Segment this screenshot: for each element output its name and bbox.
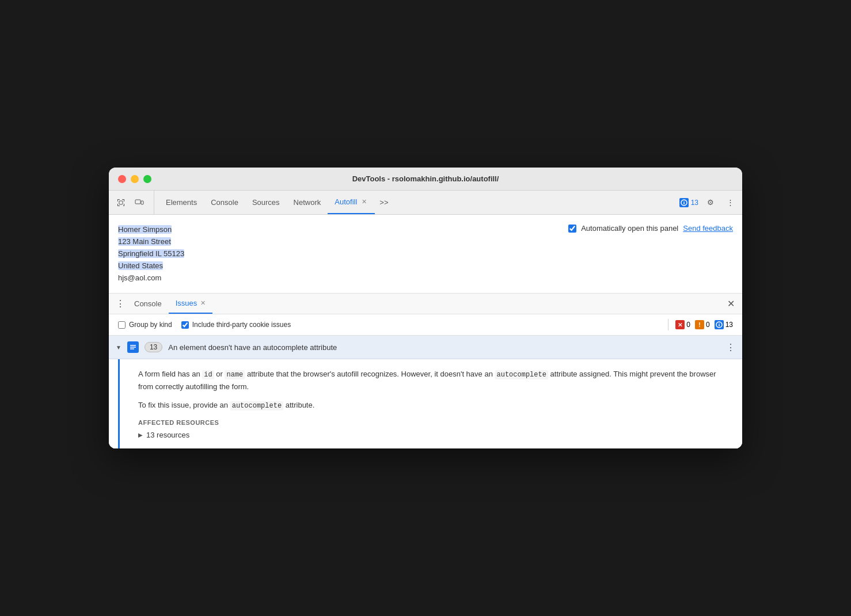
more-tabs-button[interactable]: >> [375,198,393,207]
resources-chevron-icon: ▶ [138,432,143,438]
code-name: name [225,370,245,379]
minimize-button[interactable] [131,175,139,183]
issue-count-pill: 13 [145,342,162,352]
group-by-kind-checkbox[interactable] [118,321,126,329]
issue-row-more-button[interactable]: ⋮ [726,342,735,353]
third-party-checkbox[interactable] [181,321,189,329]
maximize-button[interactable] [143,175,151,183]
main-content: Homer Simpson 123 Main Street Springfiel… [109,215,742,448]
error-icon: ✕ [675,320,685,329]
issue-title: An element doesn't have an autocomplete … [168,343,720,352]
address-line-5: hjs@aol.com [118,272,184,284]
info-count: 13 [725,321,733,329]
code-id: id [202,370,214,379]
svg-rect-0 [119,201,123,204]
code-autocomplete-1: autocomplete [495,370,548,379]
bottom-tab-issues[interactable]: Issues ✕ [169,294,213,314]
issues-counts: ✕ 0 ! 0 13 [666,319,733,330]
issues-badge[interactable]: 13 [679,198,698,207]
third-party-label[interactable]: Include third-party cookie issues [181,321,291,329]
issues-icon [679,198,689,207]
issue-detail: A form field has an id or name attribute… [118,359,742,448]
main-tabs: Elements Console Sources Network Autofil… [159,191,679,214]
issue-chevron-icon: ▼ [116,344,121,351]
tab-autofill-close[interactable]: ✕ [360,197,368,206]
tab-toolbar-icons [113,191,154,214]
window-controls [118,175,151,183]
device-toggle-icon[interactable] [132,195,147,210]
bottom-tabs: Console Issues ✕ [127,294,724,314]
autofill-controls: Automatically open this panel Send feedb… [568,224,733,233]
devtools-window: DevTools - rsolomakhin.github.io/autofil… [109,168,742,448]
issue-type-icon [127,341,139,353]
issue-fix-text: To fix this issue, provide an autocomple… [138,400,728,412]
counts-separator [668,319,668,330]
svg-rect-2 [141,201,143,204]
svg-point-8 [719,323,720,324]
bottom-tab-issues-close[interactable]: ✕ [200,299,206,307]
warning-icon: ! [695,320,704,329]
bottom-tab-console[interactable]: Console [127,294,169,314]
tab-elements[interactable]: Elements [159,191,204,214]
address-line-3: Springfield IL 55123 [118,248,184,260]
info-count-badge: 13 [715,320,733,329]
autofill-address: Homer Simpson 123 Main Street Springfiel… [118,224,184,284]
affected-resources-title: AFFECTED RESOURCES [138,419,728,426]
close-button[interactable] [118,175,126,183]
bottom-tab-bar: ⋮ Console Issues ✕ ✕ [109,294,742,314]
tab-sources[interactable]: Sources [245,191,287,214]
issues-toolbar: Group by kind Include third-party cookie… [109,314,742,336]
code-autocomplete-2: autocomplete [230,401,283,410]
address-line-4: United States [118,260,184,272]
svg-rect-1 [135,200,140,204]
bottom-panel: ⋮ Console Issues ✕ ✕ Group by kind [109,294,742,448]
svg-point-5 [683,201,685,202]
tab-autofill[interactable]: Autofill ✕ [328,191,375,214]
auto-open-label: Automatically open this panel [581,224,678,233]
window-title: DevTools - rsolomakhin.github.io/autofil… [352,174,499,183]
issue-row[interactable]: ▼ 13 An element doesn't have an autocomp… [109,336,742,359]
resources-count: 13 resources [146,431,189,439]
bottom-panel-close[interactable]: ✕ [724,297,738,311]
title-bar: DevTools - rsolomakhin.github.io/autofil… [109,168,742,191]
tab-network[interactable]: Network [287,191,328,214]
autofill-panel: Homer Simpson 123 Main Street Springfiel… [109,215,742,294]
warning-count: 0 [706,321,710,329]
issues-count: 13 [691,199,698,207]
inspect-element-icon[interactable] [113,195,128,210]
more-options-button[interactable]: ⋮ [723,195,738,210]
resources-item[interactable]: ▶ 13 resources [138,431,728,439]
tab-bar: Elements Console Sources Network Autofil… [109,191,742,215]
error-count: 0 [686,321,690,329]
address-line-1: Homer Simpson [118,224,184,236]
tab-bar-right: 13 ⚙ ⋮ [679,195,738,210]
send-feedback-link[interactable]: Send feedback [683,224,733,233]
group-by-kind-label[interactable]: Group by kind [118,321,172,329]
warning-count-badge: ! 0 [695,320,710,329]
settings-button[interactable]: ⚙ [703,195,718,210]
address-line-2: 123 Main Street [118,236,184,248]
tab-console[interactable]: Console [204,191,245,214]
info-icon [715,320,724,329]
error-count-badge: ✕ 0 [675,320,690,329]
bottom-more-button[interactable]: ⋮ [113,297,127,311]
auto-open-checkbox[interactable] [568,225,576,233]
issue-description: A form field has an id or name attribute… [138,368,728,393]
